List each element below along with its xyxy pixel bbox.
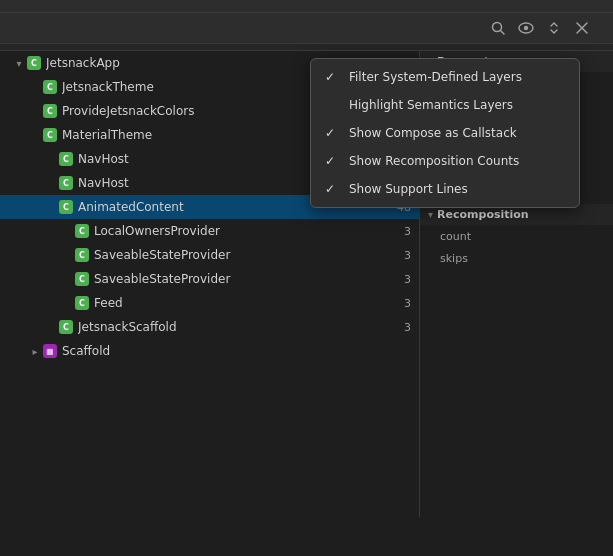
attr-item-label: skips — [440, 252, 468, 265]
tree-item-count: 3 — [391, 273, 411, 286]
tree-item-name: Scaffold — [62, 344, 411, 358]
dropdown-item-show-support[interactable]: ✓Show Support Lines — [311, 175, 579, 203]
tree-item-count: 3 — [391, 225, 411, 238]
tree-item-jetsnack-scaffold[interactable]: CJetsnackScaffold3 — [0, 315, 419, 339]
dropdown-item-label: Highlight Semantics Layers — [349, 98, 513, 112]
tree-item-saveable-1[interactable]: CSaveableStateProvider3 — [0, 243, 419, 267]
tree-item-count: 3 — [391, 321, 411, 334]
toolbar — [0, 13, 613, 44]
toolbar-icons — [487, 17, 605, 39]
compose-icon: C — [42, 79, 58, 95]
dropdown-item-highlight-semantics[interactable]: Highlight Semantics Layers — [311, 91, 579, 119]
tree-item-count: 3 — [391, 249, 411, 262]
tree-item-name: Feed — [94, 296, 387, 310]
check-icon: ✓ — [325, 70, 341, 84]
dropdown-item-show-recomposition[interactable]: ✓Show Recomposition Counts — [311, 147, 579, 175]
tree-item-name: LocalOwnersProvider — [94, 224, 387, 238]
attr-item-count: count — [420, 225, 613, 247]
dropdown-item-label: Show Compose as Callstack — [349, 126, 517, 140]
compose-icon: C — [58, 319, 74, 335]
compose-icon: C — [26, 55, 42, 71]
tree-item-saveable-2[interactable]: CSaveableStateProvider3 — [0, 267, 419, 291]
title-bar — [0, 0, 613, 13]
tree-item-local-owners[interactable]: CLocalOwnersProvider3 — [0, 219, 419, 243]
eye-button[interactable] — [515, 17, 537, 39]
dropdown-item-label: Filter System-Defined Layers — [349, 70, 522, 84]
dropdown-item-show-compose[interactable]: ✓Show Compose as Callstack — [311, 119, 579, 147]
section-chevron-icon: ▾ — [428, 209, 433, 220]
compose-icon: C — [58, 199, 74, 215]
check-icon: ✓ — [325, 126, 341, 140]
close-button[interactable] — [571, 17, 593, 39]
compose-icon: C — [42, 127, 58, 143]
arrows-button[interactable] — [543, 17, 565, 39]
tree-item-name: SaveableStateProvider — [94, 248, 387, 262]
compose-icon: C — [58, 175, 74, 191]
compose-icon: C — [74, 295, 90, 311]
section-label: Recomposition — [437, 208, 529, 221]
scaffold-icon: ▦ — [42, 343, 58, 359]
svg-point-3 — [524, 26, 528, 30]
compose-icon: C — [74, 271, 90, 287]
tree-item-scaffold[interactable]: ▸▦Scaffold — [0, 339, 419, 363]
attr-item-skips: skips — [420, 247, 613, 269]
compose-icon: C — [74, 247, 90, 263]
search-button[interactable] — [487, 17, 509, 39]
chevron-icon: ▸ — [28, 346, 42, 357]
compose-icon: C — [42, 103, 58, 119]
dropdown-item-label: Show Support Lines — [349, 182, 468, 196]
compose-icon: C — [74, 223, 90, 239]
dropdown-item-filter-system[interactable]: ✓Filter System-Defined Layers — [311, 63, 579, 91]
tree-item-feed[interactable]: CFeed3 — [0, 291, 419, 315]
tree-item-name: JetsnackScaffold — [78, 320, 387, 334]
tree-item-count: 3 — [391, 297, 411, 310]
tree-item-name: SaveableStateProvider — [94, 272, 387, 286]
dropdown-item-label: Show Recomposition Counts — [349, 154, 519, 168]
check-icon: ✓ — [325, 154, 341, 168]
svg-line-1 — [501, 31, 505, 35]
compose-icon: C — [58, 151, 74, 167]
chevron-icon: ▾ — [12, 58, 26, 69]
attr-item-label: count — [440, 230, 471, 243]
recomposition-bar — [0, 44, 613, 51]
dropdown-menu: ✓Filter System-Defined Layers Highlight … — [310, 58, 580, 208]
check-icon: ✓ — [325, 182, 341, 196]
